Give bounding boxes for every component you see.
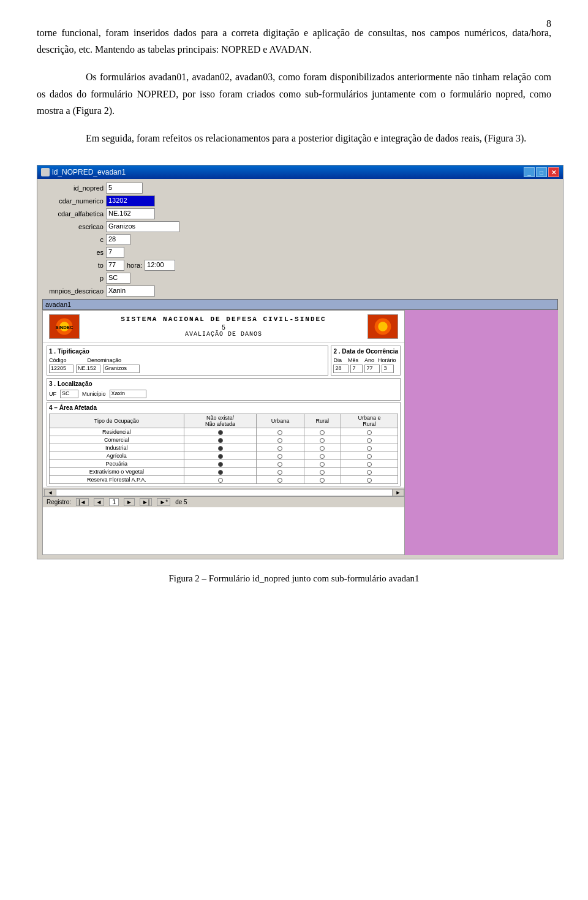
- input-codigo[interactable]: 12205: [49, 365, 74, 373]
- radio-ind-both[interactable]: [341, 444, 398, 452]
- horizontal-scrollbar[interactable]: ◄ ►: [43, 488, 404, 496]
- window-title: id_NOPRED_evadan1: [52, 168, 126, 176]
- radio-res-nao[interactable]: [184, 428, 257, 436]
- input-mnpios[interactable]: Xanin: [106, 286, 155, 297]
- input-horario[interactable]: 3: [382, 365, 394, 373]
- paragraph-3: Em seguida, foram refeitos os relacionam…: [37, 130, 551, 146]
- radio-ext-rur[interactable]: [304, 468, 341, 476]
- paragraph-1: torne funcional, foram inseridos dados p…: [37, 25, 551, 58]
- figure-caption: Figura 2 – Formulário id_nopred junto co…: [37, 572, 551, 586]
- section-2-values: 28 7 77 3: [333, 365, 398, 373]
- radio-res2-urb[interactable]: [257, 476, 304, 484]
- radio-ind-nao[interactable]: [184, 444, 257, 452]
- area-table: Tipo de Ocupação Não existe/Não afetada …: [49, 414, 398, 484]
- subform-label: avadan1: [42, 299, 558, 310]
- section-1: 1 . Tipificação Código Denominação 12205…: [47, 346, 328, 376]
- row-comercial: Comercial: [50, 436, 398, 444]
- sindec-main-title: SISTEMA NACIONAL DE DEFESA CIVIL-SINDEC: [121, 316, 326, 323]
- scroll-left-btn[interactable]: ◄: [44, 489, 56, 496]
- row-agricola: Agrícola: [50, 452, 398, 460]
- maximize-button[interactable]: □: [536, 167, 547, 177]
- radio-agr-rur[interactable]: [304, 452, 341, 460]
- radio-agr-both[interactable]: [341, 452, 398, 460]
- radio-ind-rur[interactable]: [304, 444, 341, 452]
- nav-next[interactable]: ►: [124, 498, 135, 506]
- radio-com-urb[interactable]: [257, 436, 304, 444]
- app-icon: [41, 168, 50, 176]
- area-table-header: Tipo de Ocupação Não existe/Não afetada …: [50, 414, 398, 428]
- radio-res2-both[interactable]: [341, 476, 398, 484]
- section-4: 4 – Área Afetada Tipo de Ocupação Não ex…: [47, 402, 401, 486]
- input-dia[interactable]: 28: [333, 365, 349, 373]
- col-codigo: Código: [49, 357, 67, 363]
- input-hora[interactable]: 12:00: [145, 260, 175, 271]
- input-es[interactable]: 7: [106, 247, 124, 258]
- input-municipio[interactable]: Xaxin: [110, 390, 146, 398]
- radio-com-rur[interactable]: [304, 436, 341, 444]
- label-to: to: [42, 262, 104, 269]
- input-to[interactable]: 77: [106, 260, 124, 271]
- nav-last[interactable]: ►|: [140, 498, 153, 506]
- radio-com-both[interactable]: [341, 436, 398, 444]
- input-mes[interactable]: 7: [350, 365, 363, 373]
- section-3-fields: UF SC Município Xaxin: [49, 390, 398, 398]
- radio-res-urb[interactable]: [257, 428, 304, 436]
- col-ano: Ano: [364, 357, 374, 363]
- input-denominacao[interactable]: Granizos: [103, 365, 140, 373]
- radio-res-both[interactable]: [341, 428, 398, 436]
- close-button[interactable]: ✕: [548, 167, 559, 177]
- radio-pec-both[interactable]: [341, 460, 398, 468]
- input-uf[interactable]: SC: [60, 390, 78, 398]
- nav-first[interactable]: |◄: [76, 498, 89, 506]
- input-escricao[interactable]: Granizos: [106, 221, 179, 232]
- sindec-logo-right: [368, 314, 398, 339]
- titlebar-buttons[interactable]: _ □ ✕: [524, 167, 559, 177]
- field-mnpios: mnpios_descricao Xanin: [42, 286, 558, 297]
- scroll-right-btn[interactable]: ►: [392, 489, 404, 496]
- nav-prev[interactable]: ◄: [94, 498, 105, 506]
- radio-agr-nao[interactable]: [184, 452, 257, 460]
- radio-res-rur[interactable]: [304, 428, 341, 436]
- radio-com-nao[interactable]: [184, 436, 257, 444]
- radio-ind-urb[interactable]: [257, 444, 304, 452]
- radio-ext-nao[interactable]: [184, 468, 257, 476]
- label-escricao: escricao: [42, 223, 104, 230]
- label-hora: hora:: [127, 262, 142, 269]
- radio-res2-rur[interactable]: [304, 476, 341, 484]
- radio-pec-rur[interactable]: [304, 460, 341, 468]
- section-4-title: 4 – Área Afetada: [49, 404, 398, 411]
- sindec-title-block: SISTEMA NACIONAL DE DEFESA CIVIL-SINDEC …: [121, 316, 326, 338]
- input-ne[interactable]: NE.152: [76, 365, 100, 373]
- tipo-extrativismo: Extrativismo o Vegetal: [50, 468, 184, 476]
- form-area: id_nopred 5 cdar_numerico 13202 cdar_alf…: [37, 179, 563, 559]
- field-id-nopred: id_nopred 5: [42, 183, 558, 194]
- input-c[interactable]: 28: [106, 234, 130, 245]
- field-to: to 77 hora: 12:00: [42, 260, 558, 271]
- input-cdar-alfabetica[interactable]: NE.162: [106, 208, 155, 219]
- input-cdar-numerico[interactable]: 13202: [106, 195, 155, 206]
- radio-agr-urb[interactable]: [257, 452, 304, 460]
- col-horario: Horário: [378, 357, 396, 363]
- radio-res2-nao[interactable]: [184, 476, 257, 484]
- radio-pec-nao[interactable]: [184, 460, 257, 468]
- record-number: 1: [109, 498, 119, 506]
- radio-ext-urb[interactable]: [257, 468, 304, 476]
- radio-pec-urb[interactable]: [257, 460, 304, 468]
- radio-ext-both[interactable]: [341, 468, 398, 476]
- section-2-headers: Dia Mês Ano Horário: [333, 357, 398, 363]
- tipo-pecuaria: Pecuária: [50, 460, 184, 468]
- row-residencial: Residencial: [50, 428, 398, 436]
- input-id-nopred[interactable]: 5: [106, 183, 143, 194]
- col-dia: Dia: [333, 357, 342, 363]
- sections-1-2: 1 . Tipificação Código Denominação 12205…: [47, 346, 401, 376]
- minimize-button[interactable]: _: [524, 167, 535, 177]
- purple-panel: [405, 310, 558, 555]
- col-urbana-rural: Urbana eRural: [341, 414, 398, 428]
- input-ano[interactable]: 77: [364, 365, 380, 373]
- sindec-subtitle: AVALIAÇÃO DE DANOS: [121, 331, 326, 338]
- nav-new[interactable]: ►*: [157, 498, 170, 506]
- input-p[interactable]: SC: [106, 273, 130, 284]
- section-1-title: 1 . Tipificação: [49, 348, 326, 355]
- row-reserva: Reserva Florestal A.P.A.: [50, 476, 398, 484]
- scroll-track[interactable]: [56, 489, 392, 496]
